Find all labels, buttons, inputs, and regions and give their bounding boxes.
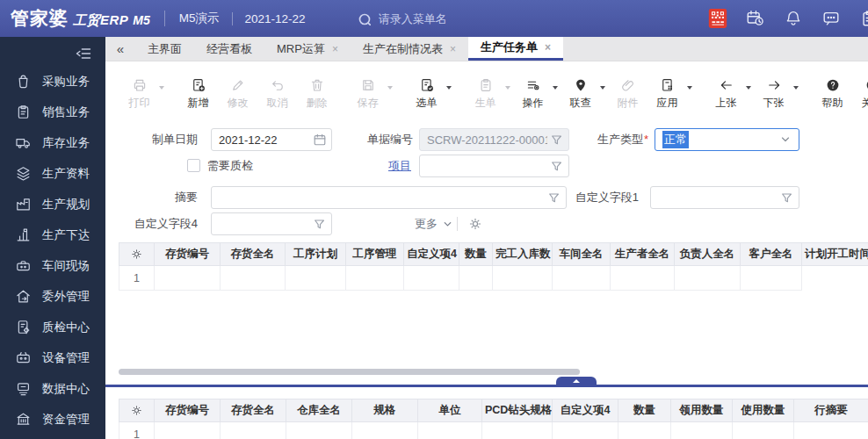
tab-close-icon[interactable]: × <box>450 43 456 55</box>
arrow-right-icon <box>766 77 782 93</box>
project-field <box>419 155 569 177</box>
sidebar-item-label: 数据中心 <box>42 381 90 397</box>
tab-label: 主界面 <box>148 41 182 57</box>
prod-type-select[interactable]: 正常 <box>655 128 799 151</box>
filter-funnel-icon[interactable] <box>780 191 794 205</box>
grid-settings-gear-icon[interactable] <box>119 399 155 422</box>
sidebar-item-inventory[interactable]: 库存业务 <box>0 127 105 158</box>
sidebar-item-quality[interactable]: 质检中心 <box>0 312 105 342</box>
clipboard-icon[interactable] <box>859 9 868 28</box>
need-qc-label: 需要质检 <box>207 155 253 177</box>
form-settings-gear-icon[interactable] <box>467 216 483 232</box>
filter-funnel-icon[interactable] <box>547 191 561 205</box>
gen-doc-icon <box>478 77 494 93</box>
tab-scroll-back-icon[interactable]: « <box>105 37 135 61</box>
required-mark: * <box>644 133 648 146</box>
column-header: 单位 <box>418 399 482 422</box>
tab-wip-report[interactable]: 生产在制情况表× <box>351 37 468 61</box>
calendar-icon[interactable] <box>313 133 327 147</box>
sidebar-item-production-release[interactable]: 生产下达 <box>0 220 105 250</box>
operate-list-icon <box>525 77 541 93</box>
sidebar-item-data-center[interactable]: 数据中心 <box>0 373 105 404</box>
horizontal-scrollbar-thumb[interactable] <box>119 369 580 375</box>
project-input[interactable] <box>419 155 569 177</box>
custom1-input[interactable] <box>650 186 799 209</box>
filter-funnel-icon[interactable] <box>550 159 564 173</box>
dropdown-arrow-icon[interactable] <box>553 86 558 90</box>
column-header: 完工入库数 <box>493 243 553 266</box>
operate-button[interactable]: 操作 <box>515 77 551 111</box>
save-icon <box>360 77 376 93</box>
help-button[interactable]: 帮助 <box>814 77 850 111</box>
save-button: 保存 <box>350 77 386 111</box>
dropdown-arrow-icon <box>159 86 164 90</box>
truck-icon <box>15 134 32 151</box>
custom4-label: 自定义字段4 <box>105 212 198 235</box>
tab-close-icon[interactable]: × <box>545 41 551 54</box>
tab-home[interactable]: 主界面 <box>135 37 194 61</box>
add-button[interactable]: 新增 <box>180 77 216 111</box>
panel-collapse-handle[interactable] <box>556 377 597 385</box>
notification-bell-icon[interactable] <box>784 9 803 28</box>
close-circle-icon <box>864 77 868 93</box>
sidebar: 采购业务 销售业务 库存业务 生产资料 生产规划 生产下达 车间现场 委外管理 … <box>0 37 105 439</box>
need-qc-checkbox[interactable] <box>187 159 200 172</box>
dropdown-arrow-icon[interactable] <box>687 86 692 90</box>
column-header: 生产者全名 <box>611 243 675 266</box>
doc-no-label: 单据编号 <box>343 128 413 151</box>
link-query-button[interactable]: 联查 <box>562 77 598 111</box>
project-link-label[interactable]: 项目 <box>388 155 413 177</box>
grid-settings-gear-icon[interactable] <box>119 243 155 266</box>
column-header: 客户全名 <box>741 243 802 266</box>
dropdown-arrow-icon[interactable] <box>746 86 751 90</box>
calendar-clock-icon[interactable] <box>746 9 765 28</box>
table-row[interactable]: 1 <box>119 422 868 439</box>
prev-record-button[interactable]: 上张 <box>708 77 744 111</box>
sidebar-item-funds[interactable]: 资金管理 <box>0 404 105 435</box>
sidebar-collapse-button[interactable] <box>0 37 105 66</box>
next-record-button[interactable]: 下张 <box>756 77 792 111</box>
apply-button[interactable]: 应用 <box>649 77 685 111</box>
search-input[interactable] <box>379 12 493 25</box>
filter-funnel-icon <box>550 133 564 147</box>
sidebar-item-label: 质检中心 <box>42 320 90 335</box>
sidebar-item-production-data[interactable]: 生产资料 <box>0 158 105 189</box>
sidebar-item-production-planning[interactable]: 生产规划 <box>0 189 105 220</box>
menu-search[interactable] <box>357 11 493 25</box>
sidebar-item-purchase[interactable]: 采购业务 <box>0 66 105 97</box>
qr-badge-icon[interactable] <box>708 9 727 28</box>
chevron-down-icon <box>442 219 453 230</box>
summary-input[interactable] <box>211 186 567 209</box>
sidebar-item-workshop[interactable]: 车间现场 <box>0 250 105 281</box>
filter-funnel-icon[interactable] <box>313 217 327 231</box>
tab-label: MRP运算 <box>277 41 325 57</box>
workspace-name: M5演示 <box>179 11 220 26</box>
dropdown-arrow-icon <box>505 86 510 90</box>
attachment-button: 附件 <box>610 77 646 111</box>
column-header: PCD钻头规格 <box>482 399 553 422</box>
dropdown-arrow-icon[interactable] <box>600 86 605 90</box>
column-header: 自定义项4 <box>404 243 459 266</box>
sidebar-item-outsourcing[interactable]: 委外管理 <box>0 281 105 312</box>
pick-order-button[interactable]: 选单 <box>409 77 445 111</box>
dropdown-arrow-icon[interactable] <box>793 86 799 90</box>
tab-close-icon[interactable]: × <box>332 43 338 55</box>
tab-dashboard[interactable]: 经营看板 <box>194 37 264 61</box>
message-icon[interactable] <box>821 9 841 28</box>
table-row[interactable]: 1 <box>119 266 868 291</box>
edit-button: 修改 <box>220 77 256 111</box>
chevron-down-icon <box>779 133 792 146</box>
doc-no-input <box>419 128 569 151</box>
column-header: 数量 <box>618 399 671 422</box>
dropdown-arrow-icon[interactable] <box>446 86 452 90</box>
close-button[interactable]: 关闭 <box>854 77 868 111</box>
sidebar-item-sales[interactable]: 销售业务 <box>0 97 105 127</box>
tab-production-task[interactable]: 生产任务单× <box>468 37 563 61</box>
main-content: « 主界面 经营看板 MRP运算× 生产在制情况表× 生产任务单× 打印 新增 … <box>105 37 868 439</box>
more-toggle[interactable]: 更多 <box>415 212 453 235</box>
business-date[interactable]: 2021-12-22 <box>232 12 306 25</box>
sidebar-item-partial[interactable] <box>0 435 105 439</box>
tab-mrp[interactable]: MRP运算× <box>264 37 351 61</box>
sidebar-item-equipment[interactable]: 设备管理 <box>0 342 105 373</box>
delete-button: 删除 <box>299 77 335 111</box>
